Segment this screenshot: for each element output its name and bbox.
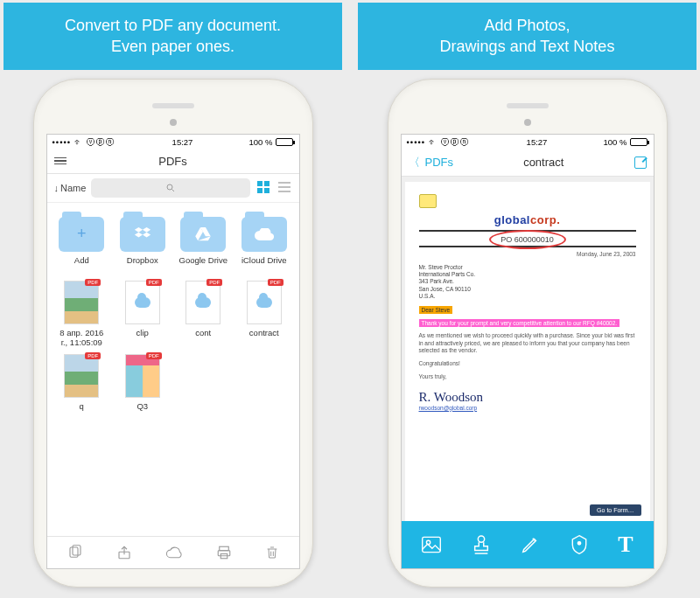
signature: R. Woodson — [419, 390, 636, 405]
file-item[interactable]: PDF contract — [236, 281, 292, 348]
annotation-toolbar: T — [402, 521, 654, 568]
print-icon[interactable] — [216, 545, 232, 560]
add-photo-button[interactable] — [421, 535, 442, 554]
file-label: cont — [195, 329, 211, 346]
phone-mock-right: ••••• ᯤ ⓥⓟⓝ 15:27 100 % 〈 PDFs contract — [358, 70, 696, 595]
po-number: PO 600000010 — [495, 235, 559, 244]
folder-label: iCloud Drive — [242, 256, 287, 274]
view-list-button[interactable] — [276, 181, 292, 195]
nav-title: contract — [523, 156, 564, 169]
svg-point-0 — [167, 184, 172, 190]
battery-icon — [630, 138, 648, 146]
file-item[interactable]: PDF q — [54, 354, 110, 420]
file-item[interactable]: PDF Q3 — [115, 354, 171, 420]
plus-icon: + — [59, 217, 104, 252]
photo-icon — [421, 535, 442, 554]
body-paragraph: As we mentioned we wish to proceed quick… — [419, 332, 636, 355]
svg-line-1 — [172, 189, 174, 191]
battery-percent: 100 % — [604, 137, 627, 147]
file-label: q — [80, 402, 84, 420]
caption-right: Add Photos, Drawings and Text Notes — [358, 3, 696, 70]
folder-icloud[interactable]: iCloud Drive — [236, 212, 292, 274]
status-bar: ••••• ᯤ ⓥⓟⓝ 15:27 100 % — [47, 135, 299, 150]
svg-rect-6 — [278, 182, 290, 184]
folder-grid: + Add Dropbox Google Drive — [47, 203, 299, 429]
folder-label: Google Drive — [179, 256, 228, 274]
view-grid-button[interactable] — [256, 181, 271, 195]
promo-panel-right: Add Photos, Drawings and Text Notes ••••… — [358, 3, 696, 595]
svg-point-24 — [478, 536, 484, 542]
signal-icon: ••••• ᯤ ⓥⓟⓝ — [407, 137, 471, 147]
svg-marker-9 — [135, 227, 143, 233]
folder-label: Add — [74, 256, 89, 274]
svg-marker-11 — [135, 232, 143, 237]
cloud-sync-icon[interactable] — [165, 545, 183, 560]
status-time: 15:27 — [527, 137, 548, 147]
svg-marker-12 — [143, 232, 150, 237]
share-icon[interactable] — [116, 545, 132, 560]
folder-dropbox[interactable]: Dropbox — [115, 212, 171, 274]
drive-icon — [180, 217, 226, 252]
cloud-icon — [135, 297, 150, 308]
add-drawing-button[interactable] — [521, 535, 540, 554]
add-stamp-button[interactable] — [472, 534, 491, 555]
document-date: Monday, June 23, 2003 — [419, 251, 636, 257]
pdf-badge: PDF — [146, 279, 162, 286]
svg-point-26 — [578, 541, 580, 544]
search-icon — [165, 183, 176, 193]
svg-rect-8 — [278, 191, 290, 192]
file-item[interactable]: PDF clip — [115, 281, 171, 348]
chevron-left-icon: 〈 — [409, 155, 420, 170]
add-text-button[interactable]: T — [618, 532, 633, 558]
svg-rect-20 — [218, 550, 230, 555]
search-input[interactable] — [91, 178, 249, 198]
file-label: Q3 — [136, 402, 148, 420]
list-toolbar: ↓ Name — [47, 174, 299, 203]
signer-link: rwoodson@global.corp — [419, 405, 636, 411]
svg-rect-2 — [257, 181, 262, 186]
svg-marker-10 — [143, 227, 150, 233]
status-bar: ••••• ᯤ ⓥⓟⓝ 15:27 100 % — [402, 135, 654, 150]
battery-percent: 100 % — [249, 137, 273, 147]
add-shape-button[interactable] — [570, 534, 589, 555]
svg-rect-7 — [278, 186, 290, 188]
svg-rect-22 — [423, 537, 441, 552]
screen-right: ••••• ᯤ ⓥⓟⓝ 15:27 100 % 〈 PDFs contract — [401, 134, 654, 569]
folder-add[interactable]: + Add — [54, 212, 110, 274]
menu-icon[interactable] — [54, 157, 66, 165]
nav-bar: 〈 PDFs contract — [402, 150, 654, 177]
svg-rect-19 — [219, 546, 228, 551]
copy-icon[interactable] — [67, 545, 83, 560]
svg-rect-3 — [264, 181, 270, 186]
nav-title: PDFs — [158, 155, 187, 168]
pdf-badge: PDF — [85, 279, 101, 286]
svg-rect-5 — [264, 188, 270, 193]
back-button[interactable]: 〈 PDFs — [409, 155, 454, 170]
file-item[interactable]: PDF 8 апр. 2016 г., 11:05:09 — [54, 281, 110, 348]
pdf-badge: PDF — [268, 279, 284, 286]
document-viewer[interactable]: globalcorp. PO 600000010 Monday, June 23… — [402, 177, 654, 521]
list-icon — [278, 181, 290, 193]
signal-icon: ••••• ᯤ ⓥⓟⓝ — [52, 137, 116, 147]
shape-icon — [570, 534, 589, 555]
trash-icon[interactable] — [265, 545, 279, 560]
caption-left: Convert to PDF any document. Even paper … — [4, 3, 342, 70]
pencil-icon — [521, 535, 540, 554]
compose-icon — [634, 156, 647, 169]
bottom-toolbar — [47, 536, 299, 568]
dropbox-icon — [120, 217, 165, 252]
cloud-icon — [242, 217, 287, 252]
edit-button[interactable] — [634, 156, 647, 169]
pdf-badge: PDF — [206, 279, 222, 286]
file-label: clip — [136, 329, 149, 346]
sticky-note-icon[interactable] — [419, 194, 437, 208]
folder-google-drive[interactable]: Google Drive — [176, 212, 232, 274]
goto-form-button[interactable]: Go to Form… — [590, 504, 640, 516]
body-paragraph: Congratulations! — [419, 360, 636, 368]
screen-left: ••••• ᯤ ⓥⓟⓝ 15:27 100 % PDFs ↓ — [46, 134, 300, 569]
back-label: PDFs — [425, 156, 454, 169]
file-item[interactable]: PDF cont — [176, 281, 232, 348]
file-label: contract — [249, 329, 279, 346]
sort-button[interactable]: ↓ Name — [54, 183, 87, 193]
cloud-icon — [256, 297, 272, 308]
